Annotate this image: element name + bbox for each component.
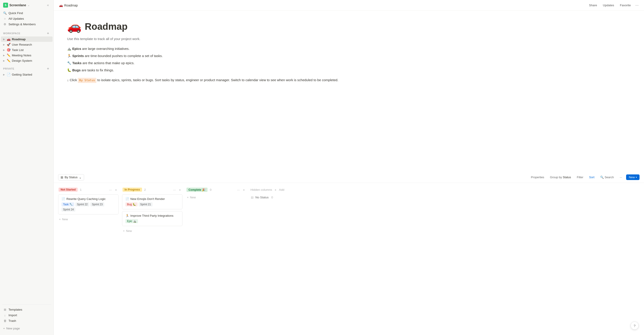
share-button[interactable]: Share <box>588 3 598 8</box>
sidebar-item-getting-started[interactable]: ▶ 📄 Getting Started <box>1 72 52 77</box>
tag-bug[interactable]: Bug 🐛 <box>126 202 138 206</box>
getting-started-emoji: 📄 <box>7 73 10 76</box>
add-new-label: New <box>62 218 68 221</box>
sidebar-item-label: Roadmap <box>12 38 51 41</box>
favorite-button[interactable]: Favorite <box>618 3 632 8</box>
breadcrumb-label: Roadmap <box>64 4 78 7</box>
sidebar-item-all-updates[interactable]: ○ All Updates <box>1 16 52 22</box>
sidebar-item-label: All Updates <box>8 17 24 20</box>
templates-icon: ⊞ <box>3 308 7 311</box>
column-add-button[interactable]: + <box>114 188 118 192</box>
card-rewrite-query[interactable]: 📄 Rewrite Query Caching Logic Task 🔧 Spr… <box>58 194 118 214</box>
tag-task[interactable]: Task 🔧 <box>62 202 74 206</box>
tag-sprint-21[interactable]: Sprint 21 <box>139 202 152 206</box>
updates-button[interactable]: Updates <box>602 3 616 8</box>
workspace-name[interactable]: S Screenlane ⌄ <box>3 3 30 8</box>
tag-sprint-22[interactable]: Sprint 22 <box>75 202 89 206</box>
column-more-button[interactable]: ··· <box>172 188 177 192</box>
no-status-icon: ⊟ <box>251 196 254 199</box>
add-workspace-item-button[interactable]: + <box>46 31 50 36</box>
sidebar-item-label: Getting Started <box>12 73 51 76</box>
sidebar-item-meeting-notes[interactable]: ▶ ✏️ Meeting Notes <box>1 52 52 58</box>
sidebar-item-task-list[interactable]: ▶ 🎯 Task List <box>1 47 52 52</box>
sidebar-item-label: Quick Find <box>8 12 23 15</box>
sidebar-item-label: Settings & Members <box>8 22 36 26</box>
add-private-item-button[interactable]: + <box>46 66 50 71</box>
column-header: Not Started 1 ··· + <box>58 188 118 192</box>
card-new-emojis[interactable]: 📄 New Emojis Don't Render Bug 🐛 Sprint 2… <box>122 194 182 209</box>
sort-button[interactable]: Sort <box>587 175 596 180</box>
card-third-party[interactable]: 🏃 Improve Third Party Integrations Epic … <box>122 211 182 226</box>
sidebar-item-templates[interactable]: ⊞ Templates <box>1 307 52 312</box>
search-icon: 🔍 <box>600 176 604 179</box>
tag-epic[interactable]: Epic ⛰️ <box>126 219 138 223</box>
add-new-label: New <box>126 229 132 232</box>
workspace-section-label: WORKSPACE + <box>0 28 54 36</box>
add-new-complete[interactable]: + New <box>186 194 246 200</box>
column-add-button[interactable]: + <box>178 188 182 192</box>
card-title-text: New Emojis Don't Render <box>130 197 165 200</box>
sidebar-item-quick-find[interactable]: 🔍 Quick Find <box>1 10 52 16</box>
view-selector-button[interactable]: ⊞ By Status ⌄ <box>58 174 84 180</box>
column-add-button[interactable]: + <box>242 188 246 192</box>
column-more-button[interactable]: ··· <box>236 188 241 192</box>
plus-icon: + <box>123 229 125 232</box>
hidden-col-header: Hidden columns + Add <box>250 188 295 192</box>
bugs-text: are tasks to fix things. <box>81 68 114 72</box>
collapse-sidebar-button[interactable]: « <box>46 3 50 8</box>
help-button[interactable]: ? <box>630 322 639 330</box>
plus-icon: + <box>3 327 5 330</box>
more-options-button[interactable]: ··· <box>618 175 624 180</box>
column-actions: ··· + <box>172 188 182 192</box>
tag-sprint-23[interactable]: Sprint 23 <box>90 202 104 206</box>
sidebar-item-import[interactable]: ↓ Import <box>1 312 52 318</box>
sprints-text: are time-bounded pushes to complete a se… <box>84 54 163 58</box>
more-options-button[interactable]: ··· <box>635 3 639 8</box>
expand-icon: ▶ <box>3 73 5 76</box>
properties-button[interactable]: Properties <box>529 175 546 180</box>
doc-icon: 📄 <box>62 197 65 200</box>
sidebar-item-user-research[interactable]: ▶ 🚀 User Research <box>1 42 52 47</box>
expand-icon: ▶ <box>3 38 5 40</box>
column-more-button[interactable]: ··· <box>108 188 113 192</box>
sidebar-nav: 🔍 Quick Find ○ All Updates ⚙ Settings & … <box>0 10 54 28</box>
card-title: 🏃 Improve Third Party Integrations <box>126 214 179 217</box>
group-by-button[interactable]: Group by Status <box>548 175 573 180</box>
column-complete: Complete 🎉 0 ··· + + New <box>186 188 246 200</box>
search-button[interactable]: 🔍 Search <box>598 175 616 180</box>
epics-text: are large overarching initiatives. <box>81 47 130 50</box>
sidebar-item-settings[interactable]: ⚙ Settings & Members <box>1 22 52 27</box>
private-section-label: PRIVATE + <box>0 63 54 72</box>
rocket-icon: 🏃 <box>126 214 129 217</box>
board-area: Not Started 1 ··· + 📄 Rewrite Query Cach… <box>54 183 644 335</box>
workspace-items: ▶ 🚗 Roadmap ▶ 🚀 User Research ▶ 🎯 Task L… <box>0 36 54 63</box>
add-column-button[interactable]: + <box>274 188 278 192</box>
chevron-down-icon: ⌄ <box>28 4 30 7</box>
sidebar: S Screenlane ⌄ « 🔍 Quick Find ○ All Upda… <box>0 0 54 335</box>
import-icon: ↓ <box>3 314 7 317</box>
add-new-not-started[interactable]: + New <box>58 216 118 222</box>
add-new-in-progress[interactable]: + New <box>122 228 182 234</box>
sidebar-item-trash[interactable]: 🗑 Trash <box>1 318 52 324</box>
filter-button[interactable]: Filter <box>575 175 585 180</box>
add-label: Add <box>279 188 284 192</box>
user-research-emoji: 🚀 <box>7 43 10 46</box>
column-badge-not-started: Not Started <box>58 188 78 192</box>
sidebar-item-design-system[interactable]: ▶ ✏️ Design System <box>1 58 52 63</box>
new-page-button[interactable]: + New page <box>0 326 54 332</box>
tasks-key: Tasks <box>72 61 82 65</box>
column-count: 1 <box>80 188 82 192</box>
by-status-tag[interactable]: By Status <box>78 78 96 83</box>
sidebar-item-label: Templates <box>8 308 22 311</box>
sidebar-item-label: Design System <box>12 59 51 62</box>
column-badge-complete: Complete 🎉 <box>186 188 208 192</box>
gear-icon: ⚙ <box>3 22 7 26</box>
tasks-description: 🔧 Tasks are the actions that make up epi… <box>67 60 630 66</box>
circle-icon: ○ <box>3 17 7 20</box>
page-title-emoji: 🚗 <box>67 20 82 33</box>
tag-sprint-24[interactable]: Sprint 24 <box>62 208 75 212</box>
tasks-text: are the actions that make up epics. <box>82 61 134 65</box>
new-item-button[interactable]: New ▾ <box>626 174 640 180</box>
sidebar-item-roadmap[interactable]: ▶ 🚗 Roadmap <box>1 36 52 42</box>
expand-icon: ▶ <box>3 49 5 51</box>
